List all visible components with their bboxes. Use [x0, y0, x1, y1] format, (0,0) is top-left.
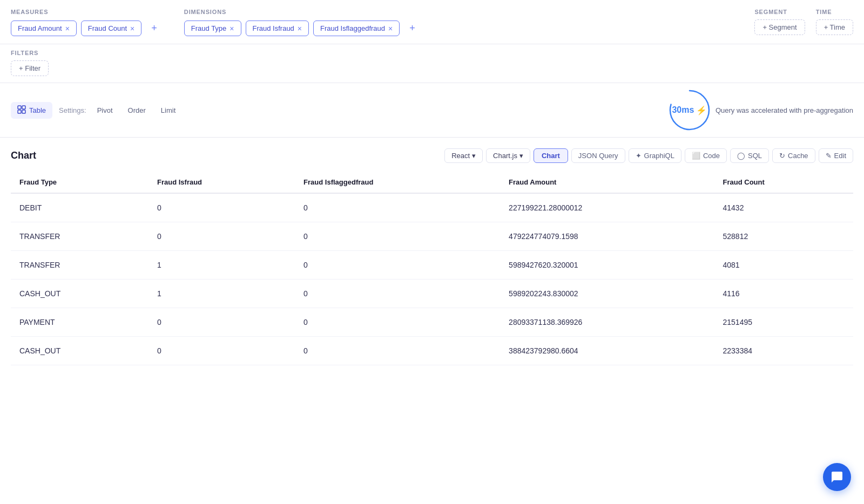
chart-tab-sql[interactable]: ◯ SQL [730, 148, 769, 163]
svg-rect-2 [18, 110, 21, 113]
measure-tag-fraud-count[interactable]: Fraud Count × [81, 21, 141, 36]
top-bar: MEASURES Fraud Amount × Fraud Count × + … [0, 0, 864, 44]
cell-fraud-amount: 28093371138.369926 [500, 308, 714, 337]
dimension-tag-remove-fraud-isflaggedfraud[interactable]: × [388, 25, 393, 32]
cell-fraud-isflaggedfraud: 0 [295, 251, 500, 280]
cell-fraud-isflaggedfraud: 0 [295, 280, 500, 308]
segment-time-group: SEGMENT + Segment TIME + Time [754, 9, 853, 35]
time-button-label: + Time [824, 23, 845, 31]
cell-fraud-type: PAYMENT [11, 308, 148, 337]
measure-tag-fraud-amount[interactable]: Fraud Amount × [11, 21, 77, 36]
col-header-fraud-amount: Fraud Amount [500, 172, 714, 193]
chart-header: Chart React ▾ Chart.js ▾ Chart JSON Quer… [11, 148, 853, 163]
segment-section: SEGMENT + Segment [754, 9, 805, 35]
cell-fraud-amount: 5989427620.320001 [500, 251, 714, 280]
dimensions-section: DIMENSIONS Fraud Type × Fraud Isfraud × … [184, 9, 421, 37]
chart-tab-chart[interactable]: Chart [534, 148, 568, 163]
table-row: DEBIT 0 0 227199221.28000012 41432 [11, 193, 853, 222]
table-button[interactable]: Table [11, 102, 52, 119]
cell-fraud-isfraud: 0 [148, 222, 295, 251]
chart-tab-edit[interactable]: ✎ Edit [819, 148, 853, 163]
table-row: CASH_OUT 1 0 5989202243.830002 4116 [11, 280, 853, 308]
segment-button-label: + Segment [762, 23, 796, 31]
dimensions-label: DIMENSIONS [184, 9, 421, 15]
table-row: CASH_OUT 0 0 388423792980.6604 2233384 [11, 337, 853, 365]
time-button[interactable]: + Time [816, 19, 853, 35]
query-info-text: Query was accelerated with pre-aggregati… [716, 106, 853, 114]
time-section: TIME + Time [816, 9, 853, 35]
limit-button[interactable]: Limit [154, 103, 182, 118]
cell-fraud-type: CASH_OUT [11, 337, 148, 365]
measure-tag-label: Fraud Amount [18, 24, 62, 32]
graphiql-icon: ✦ [636, 152, 642, 160]
edit-icon: ✎ [826, 152, 832, 160]
lightning-icon: ⚡ [696, 105, 707, 115]
dimension-tag-fraud-type[interactable]: Fraud Type × [184, 21, 241, 36]
cell-fraud-type: DEBIT [11, 193, 148, 222]
dimension-tag-label: Fraud Type [191, 24, 227, 32]
table-row: PAYMENT 0 0 28093371138.369926 2151495 [11, 308, 853, 337]
cell-fraud-isflaggedfraud: 0 [295, 222, 500, 251]
dimension-tag-remove-fraud-type[interactable]: × [230, 25, 234, 32]
cell-fraud-type: TRANSFER [11, 222, 148, 251]
cell-fraud-isfraud: 0 [148, 308, 295, 337]
cell-fraud-isflaggedfraud: 0 [295, 193, 500, 222]
table-header-row: Fraud Type Fraud Isfraud Fraud Isflagged… [11, 172, 853, 193]
measures-label: MEASURES [11, 9, 163, 15]
chevron-down-icon-2: ▾ [519, 152, 523, 160]
cell-fraud-amount: 479224774079.1598 [500, 222, 714, 251]
cell-fraud-isfraud: 1 [148, 251, 295, 280]
col-header-fraud-isflaggedfraud: Fraud Isflaggedfraud [295, 172, 500, 193]
dimensions-tags-row: Fraud Type × Fraud Isfraud × Fraud Isfla… [184, 19, 421, 37]
dimension-tag-fraud-isfraud[interactable]: Fraud Isfraud × [246, 21, 309, 36]
dimension-tag-remove-fraud-isfraud[interactable]: × [298, 25, 302, 32]
filters-row: FILTERS + Filter [0, 44, 864, 83]
cell-fraud-count: 41432 [714, 193, 853, 222]
chart-tab-json-query[interactable]: JSON Query [571, 148, 625, 163]
data-table: Fraud Type Fraud Isfraud Fraud Isflagged… [11, 172, 853, 365]
col-header-fraud-type: Fraud Type [11, 172, 148, 193]
react-dropdown[interactable]: React ▾ [444, 148, 483, 163]
cell-fraud-isflaggedfraud: 0 [295, 308, 500, 337]
query-time-text: 30ms [672, 105, 694, 115]
cell-fraud-count: 4116 [714, 280, 853, 308]
cell-fraud-isflaggedfraud: 0 [295, 337, 500, 365]
chart-title: Chart [11, 150, 36, 161]
cell-fraud-count: 4081 [714, 251, 853, 280]
cell-fraud-count: 2151495 [714, 308, 853, 337]
chart-tab-code[interactable]: ⬜ Code [685, 148, 727, 163]
dimensions-add-button[interactable]: + [404, 19, 421, 37]
cache-icon: ↻ [779, 152, 785, 160]
cell-fraud-amount: 388423792980.6604 [500, 337, 714, 365]
query-time-badge: 30ms ⚡ Query was accelerated with pre-ag… [668, 88, 853, 132]
filters-label: FILTERS [11, 50, 853, 56]
chart-tab-cache[interactable]: ↻ Cache [772, 148, 815, 163]
order-button[interactable]: Order [122, 103, 152, 118]
measures-tags-row: Fraud Amount × Fraud Count × + [11, 19, 163, 37]
svg-rect-3 [22, 110, 25, 113]
table-row: TRANSFER 0 0 479224774079.1598 528812 [11, 222, 853, 251]
measure-tag-label-2: Fraud Count [88, 24, 127, 32]
table-icon [17, 105, 26, 115]
segment-button[interactable]: + Segment [754, 19, 805, 35]
measure-tag-remove-fraud-count[interactable]: × [130, 25, 134, 32]
svg-rect-1 [22, 106, 25, 109]
dimension-tag-label-2: Fraud Isfraud [253, 24, 294, 32]
dimension-tag-label-3: Fraud Isflaggedfraud [320, 24, 385, 32]
measures-add-button[interactable]: + [146, 19, 163, 37]
toolbar: Table Settings: Pivot Order Limit 30ms ⚡… [0, 83, 864, 138]
chevron-down-icon: ▾ [472, 152, 476, 160]
col-header-fraud-isfraud: Fraud Isfraud [148, 172, 295, 193]
table-label: Table [29, 106, 46, 114]
cell-fraud-count: 2233384 [714, 337, 853, 365]
svg-rect-0 [18, 106, 21, 109]
cell-fraud-count: 528812 [714, 222, 853, 251]
filter-add-button[interactable]: + Filter [11, 60, 49, 76]
measure-tag-remove-fraud-amount[interactable]: × [65, 25, 70, 32]
pivot-button[interactable]: Pivot [91, 103, 119, 118]
chart-tab-graphiql[interactable]: ✦ GraphiQL [629, 148, 681, 163]
dimension-tag-fraud-isflaggedfraud[interactable]: Fraud Isflaggedfraud × [313, 21, 400, 36]
main-content: Chart React ▾ Chart.js ▾ Chart JSON Quer… [0, 138, 864, 376]
filter-add-label: + Filter [19, 64, 40, 72]
chartjs-dropdown[interactable]: Chart.js ▾ [486, 148, 530, 163]
